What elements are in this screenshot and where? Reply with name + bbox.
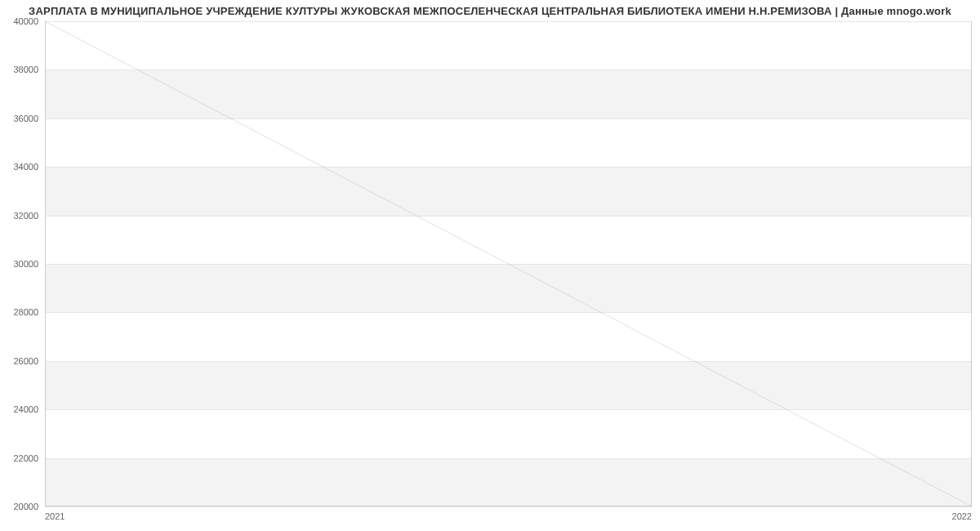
x-tick-label: 2021 <box>45 511 65 521</box>
line-series <box>45 21 972 506</box>
y-tick-label: 26000 <box>13 356 38 366</box>
y-tick-label: 24000 <box>13 404 38 414</box>
y-tick-label: 28000 <box>13 307 38 317</box>
x-tick-label: 2022 <box>952 511 972 521</box>
y-tick-label: 36000 <box>13 114 38 123</box>
data-line <box>45 21 972 506</box>
chart-title: ЗАРПЛАТА В МУНИЦИПАЛЬНОЕ УЧРЕЖДЕНИЕ КУЛТ… <box>0 0 980 20</box>
chart-container: ЗАРПЛАТА В МУНИЦИПАЛЬНОЕ УЧРЕЖДЕНИЕ КУЛТ… <box>0 0 980 531</box>
y-tick-label: 34000 <box>13 162 38 172</box>
y-tick-label: 38000 <box>13 65 38 74</box>
y-tick-label: 30000 <box>13 259 38 269</box>
y-tick-label: 32000 <box>13 211 38 221</box>
y-tick-label: 40000 <box>13 16 38 26</box>
y-tick-label: 22000 <box>13 453 38 463</box>
plot-area: 2000022000240002600028000300003200034000… <box>45 21 972 506</box>
y-tick-label: 20000 <box>13 502 38 511</box>
y-grid-line <box>45 506 972 507</box>
